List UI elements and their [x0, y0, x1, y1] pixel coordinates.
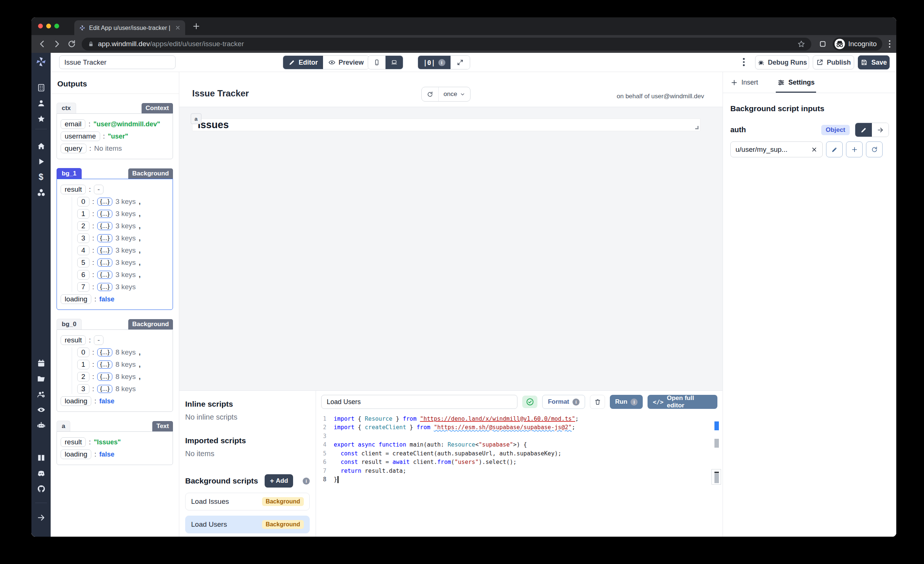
edit-resource-button[interactable]	[826, 141, 843, 157]
building-icon[interactable]	[37, 83, 46, 92]
expand-object-toggle[interactable]: {...}	[97, 234, 113, 242]
output-block-id[interactable]: bg_0	[57, 319, 82, 329]
script-name-input[interactable]	[321, 395, 518, 409]
minimize-window-button[interactable]	[46, 24, 51, 28]
resize-handle[interactable]	[695, 126, 699, 129]
browser-tab[interactable]: Edit App u/user/issue-tracker |	[74, 20, 185, 35]
refresh-resource-button[interactable]	[866, 141, 883, 157]
code-line[interactable]: 4export async function main(auth: Resour…	[316, 441, 723, 449]
github-icon[interactable]	[37, 484, 46, 494]
calendar-icon[interactable]	[37, 359, 46, 368]
expand-object-toggle[interactable]: {...}	[97, 271, 113, 279]
code-area[interactable]: 1import { Resource } from "https://deno.…	[316, 412, 723, 484]
add-background-script-button[interactable]: +Add	[265, 474, 293, 488]
expand-object-toggle[interactable]: {...}	[97, 385, 113, 393]
app-canvas[interactable]: a Issues	[179, 107, 723, 390]
dollar-icon[interactable]: $	[39, 172, 44, 182]
code-line[interactable]: 5 const client = createClient(auth.supab…	[316, 449, 723, 458]
phone-icon	[373, 59, 380, 66]
book-icon[interactable]	[37, 453, 46, 462]
star-icon[interactable]	[37, 114, 46, 123]
url-path: /apps/edit/u/user/issue-tracker	[150, 40, 244, 48]
resource-input[interactable]: u/user/my_sup...	[730, 141, 823, 157]
cubes-icon[interactable]	[37, 188, 46, 197]
editor-header: Format i Run i </> Open full editor	[316, 391, 723, 412]
traffic-lights	[38, 24, 59, 28]
mobile-view-button[interactable]	[368, 56, 386, 69]
person-icon[interactable]	[37, 99, 46, 108]
delete-script-button[interactable]	[590, 395, 605, 409]
output-row: 7:{...}3 keys	[77, 282, 169, 292]
maximize-window-button[interactable]	[54, 24, 59, 28]
expand-object-toggle[interactable]: {...}	[97, 246, 113, 254]
collapse-toggle[interactable]: -	[94, 335, 104, 345]
bookmark-star-icon[interactable]	[797, 40, 806, 48]
text-component[interactable]: Issues	[192, 118, 700, 131]
desktop-view-button[interactable]	[386, 56, 403, 69]
code-line[interactable]: 2import { createClient } from "https://e…	[316, 423, 723, 432]
tab-settings[interactable]: Settings	[776, 72, 816, 93]
run-button[interactable]: Run i	[610, 395, 643, 409]
clear-icon[interactable]	[811, 146, 818, 153]
output-block-id[interactable]: ctx	[57, 103, 76, 114]
robot-icon[interactable]	[37, 421, 46, 430]
close-window-button[interactable]	[38, 24, 43, 28]
code-line[interactable]: 3	[316, 432, 723, 441]
browser-window: Edit App u/user/issue-tracker | app.wind…	[32, 17, 896, 537]
static-mode-button[interactable]	[855, 123, 872, 137]
save-icon	[860, 59, 868, 66]
expand-object-toggle[interactable]: {...}	[97, 197, 113, 206]
expand-object-toggle[interactable]: {...}	[97, 348, 113, 356]
user-group-icon[interactable]	[37, 390, 46, 399]
open-full-editor-button[interactable]: </> Open full editor	[648, 395, 717, 409]
editor-tab[interactable]: Editor	[283, 56, 323, 69]
expand-object-toggle[interactable]: {...}	[97, 259, 113, 267]
expand-object-toggle[interactable]: {...}	[97, 222, 113, 230]
code-line[interactable]: 8}	[316, 475, 723, 484]
hide-panel-button[interactable]: |0| i	[418, 56, 450, 69]
component-id-badge[interactable]: a	[191, 114, 201, 124]
reload-icon[interactable]	[67, 39, 76, 49]
more-options-icon[interactable]	[743, 58, 745, 66]
output-block-id[interactable]: bg_1	[57, 168, 82, 179]
expand-object-toggle[interactable]: {...}	[97, 361, 113, 369]
fullscreen-button[interactable]	[450, 56, 470, 69]
publish-button[interactable]: Publish	[813, 55, 854, 69]
code-line[interactable]: 6 const result = await client.from("user…	[316, 458, 723, 467]
tab-close-icon[interactable]	[175, 25, 181, 31]
save-button[interactable]: Save	[858, 55, 890, 69]
browser-menu-icon[interactable]	[889, 40, 890, 48]
folder-icon[interactable]	[37, 374, 46, 383]
run-mode-select[interactable]: once	[438, 87, 470, 101]
debug-runs-button[interactable]: Debug Runs	[755, 55, 809, 69]
windmill-logo-icon[interactable]	[35, 55, 47, 68]
connect-mode-button[interactable]	[872, 123, 888, 137]
back-icon[interactable]	[38, 39, 47, 49]
code-line[interactable]: 7 return result.data;	[316, 467, 723, 475]
play-icon[interactable]	[37, 157, 46, 166]
expand-object-toggle[interactable]: {...}	[97, 283, 113, 291]
home-icon[interactable]	[37, 141, 46, 151]
forward-icon[interactable]	[52, 39, 62, 49]
eye-icon[interactable]	[37, 405, 46, 414]
expand-object-toggle[interactable]: {...}	[97, 373, 113, 381]
output-row: 0:{...}3 keys,	[77, 197, 169, 206]
format-button[interactable]: Format i	[542, 395, 585, 409]
tab-search-icon[interactable]	[819, 40, 827, 48]
expand-object-toggle[interactable]: {...}	[97, 210, 113, 218]
add-resource-button[interactable]	[846, 141, 862, 157]
arrow-right-icon[interactable]	[37, 513, 46, 522]
browser-toolbar: app.windmill.dev/apps/edit/u/user/issue-…	[32, 35, 896, 53]
tab-insert[interactable]: Insert	[730, 72, 758, 93]
background-script-row[interactable]: Load IssuesBackground	[185, 493, 310, 510]
output-block-id[interactable]: a	[57, 421, 70, 431]
code-line[interactable]: 1import { Resource } from "https://deno.…	[316, 414, 723, 423]
collapse-toggle[interactable]: -	[94, 185, 104, 194]
url-bar[interactable]: app.windmill.dev/apps/edit/u/user/issue-…	[82, 38, 811, 51]
app-name-input[interactable]	[59, 55, 176, 69]
refresh-button[interactable]	[422, 87, 438, 101]
new-tab-button[interactable]	[192, 22, 201, 31]
background-script-row[interactable]: Load UsersBackground	[185, 516, 310, 533]
discord-icon[interactable]	[37, 469, 46, 478]
preview-tab[interactable]: Preview	[323, 56, 369, 69]
